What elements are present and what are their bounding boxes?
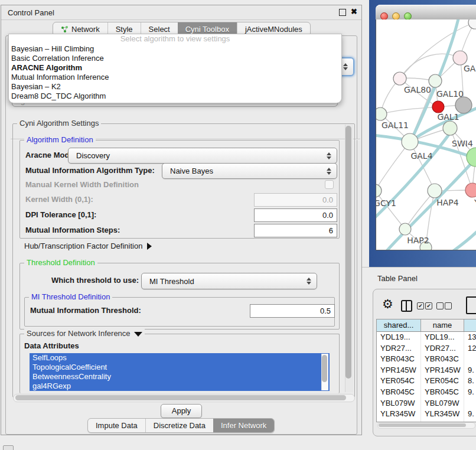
- table-cell: YPR145W: [421, 365, 464, 376]
- node-label: GAL10: [436, 89, 464, 99]
- kernel-width-field[interactable]: 0.0: [254, 193, 337, 207]
- table-row[interactable]: YER054CYER054C8.: [377, 376, 476, 387]
- table-row[interactable]: YBR043CYBR043C: [377, 354, 476, 365]
- combo-stepper-icon: [327, 152, 331, 159]
- algorithm-option[interactable]: ARACNE Algorithm: [9, 63, 341, 73]
- checked-box-icon[interactable]: ✔: [425, 302, 432, 309]
- table-row[interactable]: YPR145WYPR145W9.: [377, 365, 476, 376]
- column-header[interactable]: name: [421, 319, 464, 331]
- algorithm-option[interactable]: Mutual Information Inference: [9, 73, 341, 82]
- table-panel-title: Table Panel: [377, 274, 418, 283]
- tab-impute-data[interactable]: Impute Data: [88, 419, 145, 432]
- document-icon[interactable]: [466, 296, 476, 314]
- table-cell: YBL079W: [421, 398, 464, 409]
- aracne-mode-value: Discovery: [69, 151, 110, 160]
- table-row[interactable]: YDL19...YDL19...13: [377, 332, 476, 343]
- algorithm-option[interactable]: Dream8 DC_TDC Algorithm: [9, 92, 341, 101]
- algorithm-option[interactable]: Bayesian – Hill Climbing: [9, 44, 341, 54]
- which-threshold-value: MI Threshold: [142, 277, 194, 286]
- network-view-window[interactable]: GAL7GAL80GAL10GAL1GAL11SWI4GAL4GCY1HAP4Y…: [376, 5, 476, 250]
- sources-title[interactable]: Sources for Network Inference: [24, 329, 145, 338]
- table-cell: YLR345W: [377, 409, 421, 420]
- network-edge[interactable]: [450, 229, 476, 250]
- network-edge[interactable]: [376, 191, 405, 229]
- network-window-titlebar[interactable]: [376, 5, 476, 20]
- algorithm-definition-title: Algorithm Definition: [24, 135, 96, 144]
- network-canvas[interactable]: GAL7GAL80GAL10GAL1GAL11SWI4GAL4GCY1HAP4Y…: [376, 19, 476, 250]
- network-node[interactable]: [402, 133, 418, 150]
- tab-infer-network[interactable]: Infer Network: [213, 419, 274, 432]
- mi-steps-field[interactable]: 6: [254, 224, 337, 237]
- network-node[interactable]: [467, 148, 476, 167]
- network-node[interactable]: [465, 183, 476, 197]
- manual-kernel-width-checkbox[interactable]: [325, 180, 334, 189]
- node-table[interactable]: shared...nameA YDL19...YDL19...13YDR27..…: [376, 319, 476, 422]
- data-attribute-item[interactable]: SelfLoops: [30, 353, 330, 363]
- network-edge[interactable]: [380, 107, 438, 114]
- hub-definition-expander[interactable]: Hub/Transcription Factor Definition: [24, 241, 152, 252]
- network-node[interactable]: [376, 107, 387, 120]
- network-node[interactable]: [453, 51, 467, 65]
- table-row[interactable]: YBL079WYBL079W: [377, 398, 476, 409]
- float-panel-icon[interactable]: [339, 9, 346, 16]
- algorithm-option[interactable]: Bayesian – K2: [9, 82, 341, 92]
- table-cell: 13: [464, 332, 476, 343]
- table-cell: 12: [464, 343, 476, 354]
- table-cell: YBR043C: [377, 354, 421, 365]
- table-cell: YDL19...: [377, 332, 421, 343]
- table-cell: YLR345W: [421, 409, 464, 420]
- checked-box-icon[interactable]: ✔: [417, 302, 424, 309]
- mi-threshold-field[interactable]: 0.5: [250, 304, 335, 318]
- table-cell: YPR145W: [377, 365, 421, 376]
- network-node[interactable]: [468, 19, 476, 29]
- tab-label: Style: [116, 25, 133, 34]
- cyni-algorithm-settings-title: Cyni Algorithm Settings: [17, 119, 101, 128]
- apply-button[interactable]: Apply: [161, 404, 202, 418]
- network-edge[interactable]: [385, 159, 475, 250]
- table-horizontal-scrollbar-thumb[interactable]: [379, 423, 466, 427]
- column-header[interactable]: shared...: [377, 319, 421, 331]
- table-cell: YBR045C: [377, 387, 421, 398]
- network-node[interactable]: [393, 72, 406, 85]
- table-row[interactable]: YDR27...YDR27...12: [377, 343, 476, 354]
- network-node[interactable]: [399, 223, 411, 235]
- settings-vertical-scrollbar-thumb[interactable]: [345, 126, 351, 379]
- unchecked-box-icon[interactable]: [436, 302, 444, 309]
- dpi-tolerance-field[interactable]: 0.0: [254, 208, 337, 222]
- close-panel-icon[interactable]: ✖: [351, 7, 357, 16]
- table-cell: 9.: [464, 365, 476, 376]
- aracne-mode-combo[interactable]: Discovery: [68, 148, 337, 164]
- table-row[interactable]: YLR345WYLR345W9.: [377, 409, 476, 420]
- data-attributes-label: Data Attributes: [24, 341, 79, 351]
- algorithm-option[interactable]: Basic Correlation Inference: [9, 54, 341, 63]
- network-edge[interactable]: [376, 142, 410, 191]
- network-node[interactable]: [455, 97, 472, 113]
- network-node[interactable]: [443, 121, 457, 135]
- network-node[interactable]: [428, 184, 442, 198]
- settings-horizontal-scrollbar-thumb[interactable]: [15, 395, 346, 400]
- table-cell: [464, 354, 476, 365]
- which-threshold-combo[interactable]: MI Threshold: [141, 273, 317, 289]
- algorithm-dropdown-popup: Select algorithm to view settings Bayesi…: [8, 34, 342, 103]
- attributes-list-scrollbar-thumb[interactable]: [322, 355, 327, 382]
- table-cell: 9.: [464, 409, 476, 420]
- network-node[interactable]: [376, 184, 382, 197]
- minimized-panel-icon[interactable]: [3, 445, 14, 450]
- table-cell: 9.: [464, 387, 476, 398]
- table-rows: YDL19...YDL19...13YDR27...YDR27...12YBR0…: [377, 332, 476, 422]
- network-node[interactable]: [432, 101, 444, 113]
- data-attribute-item[interactable]: BetweennessCentrality: [30, 372, 330, 381]
- mi-algorithm-type-combo[interactable]: Naive Bayes: [162, 163, 337, 179]
- columns-icon[interactable]: [401, 300, 412, 312]
- column-header[interactable]: A: [464, 319, 476, 331]
- tab-discretize-data[interactable]: Discretize Data: [145, 419, 213, 432]
- table-row[interactable]: YBR045CYBR045C9.: [377, 387, 476, 398]
- data-attributes-list[interactable]: SelfLoopsTopologicalCoefficientBetweenne…: [30, 353, 330, 391]
- data-attribute-item[interactable]: gal4RGexp: [30, 381, 330, 391]
- data-attribute-item[interactable]: TopologicalCoefficient: [30, 363, 330, 372]
- collapse-down-icon: [134, 332, 142, 337]
- gear-icon[interactable]: ⚙: [382, 298, 393, 310]
- unchecked-box-icon[interactable]: [445, 302, 452, 309]
- node-label: SWI4: [452, 139, 473, 148]
- algorithm-dropdown-placeholder: Select algorithm to view settings: [9, 34, 341, 44]
